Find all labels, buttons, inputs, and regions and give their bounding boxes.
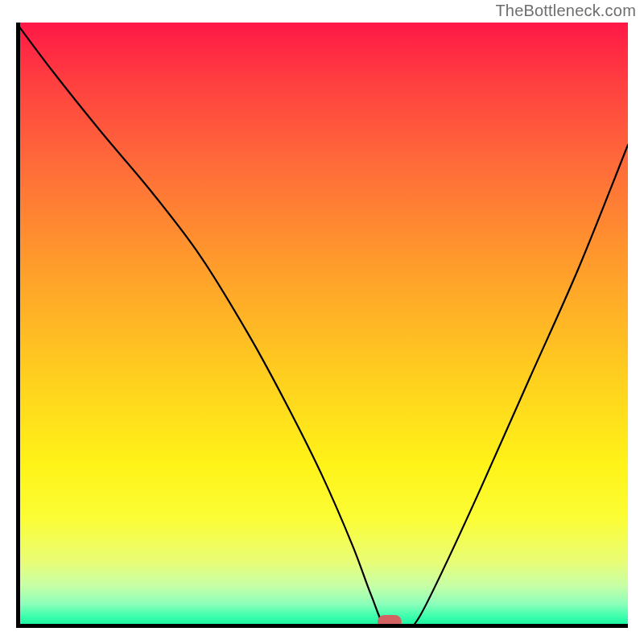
bottleneck-curve [16, 23, 628, 628]
chart-container: TheBottleneck.com [0, 0, 644, 644]
watermark-label: TheBottleneck.com [495, 2, 636, 20]
y-axis-line [16, 23, 20, 628]
plot-area-outer [16, 23, 628, 628]
curve-path [16, 23, 628, 628]
plot-area [16, 23, 628, 628]
x-axis-line [16, 624, 628, 628]
